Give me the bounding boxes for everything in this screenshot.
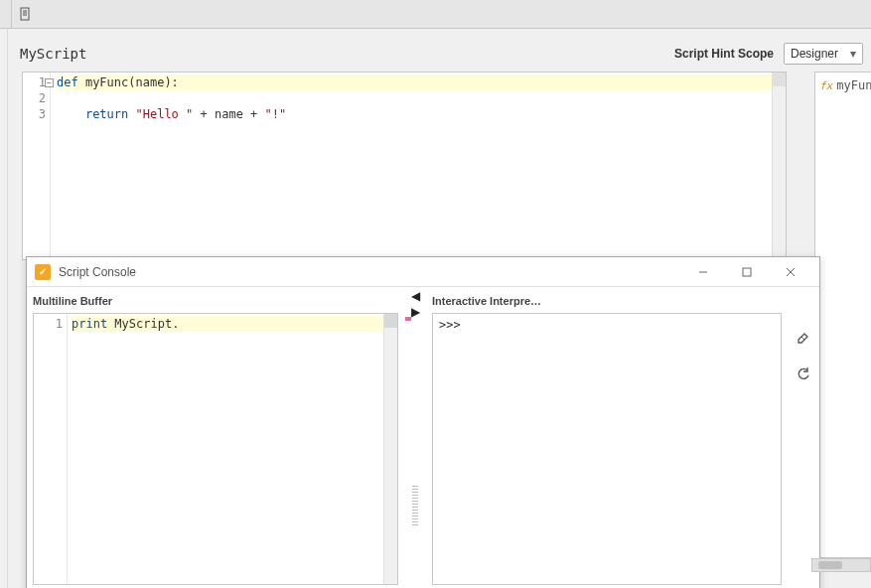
panel-splitter[interactable]: ◀ ▶ — [404, 287, 426, 588]
member-item[interactable]: fx myFun — [819, 78, 870, 92]
keyword: return — [85, 107, 136, 121]
svg-rect-2 — [743, 268, 751, 276]
operator: + — [193, 107, 215, 121]
line-number: 1 — [34, 316, 63, 332]
members-panel: fx myFun — [814, 72, 871, 558]
horizontal-scrollbar[interactable] — [811, 558, 871, 572]
console-side-tools — [788, 287, 819, 588]
code-line: def myFunc(name): — [57, 74, 772, 90]
function-icon: fx — [819, 79, 832, 92]
string: "Hello " — [135, 107, 193, 121]
minimize-button[interactable] — [682, 260, 724, 284]
interpreter-header: Interactive Interpre… — [426, 287, 788, 313]
buffer-gutter: 1 — [34, 314, 68, 584]
top-toolbar — [0, 0, 871, 29]
page-icon[interactable] — [16, 4, 36, 24]
refresh-icon[interactable] — [794, 365, 813, 384]
close-button[interactable] — [770, 260, 811, 284]
console-title: Script Console — [59, 265, 136, 279]
code-line — [57, 90, 772, 106]
code-text: (name): — [128, 75, 179, 89]
operator: + — [243, 107, 265, 121]
prompt: >>> — [439, 318, 461, 332]
string: "!" — [265, 107, 287, 121]
main-editor[interactable]: 1− 2 3 def myFunc(name): return "Hello "… — [22, 72, 787, 260]
maximize-button[interactable] — [726, 260, 768, 284]
console-app-icon: ✓ — [35, 264, 51, 280]
keyword: print — [72, 317, 114, 331]
line-number: 3 — [23, 106, 46, 122]
func-name: myFunc — [85, 75, 128, 89]
toolbar-divider — [6, 0, 12, 28]
buffer-header: Multiline Buffer — [27, 287, 404, 313]
code-text: MyScript. — [114, 317, 179, 331]
interpreter-panel: Interactive Interpre… >>> — [426, 287, 788, 588]
scope-value: Designer — [791, 47, 838, 61]
code-line: print MyScript. — [72, 316, 383, 332]
collapse-left-icon[interactable]: ◀ — [411, 289, 420, 303]
script-title: MyScript — [20, 46, 86, 62]
line-number: 2 — [23, 90, 46, 106]
code-area[interactable]: def myFunc(name): return "Hello " + name… — [51, 73, 772, 259]
editor-scrollbar[interactable] — [772, 73, 786, 259]
eraser-icon[interactable] — [794, 327, 813, 347]
buffer-scrollbar[interactable] — [383, 314, 397, 584]
hint-scope-label: Script Hint Scope — [674, 47, 774, 61]
collapse-right-icon[interactable]: ▶ — [411, 305, 420, 319]
editor-header: MyScript Script Hint Scope Designer ▾ — [10, 38, 871, 70]
interpreter-output[interactable]: >>> — [432, 313, 782, 585]
buffer-editor[interactable]: 1 print MyScript. — [33, 313, 398, 585]
identifier: name — [215, 107, 243, 121]
code-line: return "Hello " + name + "!" — [57, 106, 772, 122]
left-gutter — [0, 29, 8, 588]
buffer-code-area[interactable]: print MyScript. — [68, 314, 383, 584]
script-console-window: ✓ Script Console Multiline Buffer 1 prin… — [26, 256, 820, 588]
multiline-buffer-panel: Multiline Buffer 1 print MyScript. — [27, 287, 404, 588]
editor-gutter: 1− 2 3 — [23, 73, 51, 259]
marker-icon — [405, 317, 411, 321]
chevron-down-icon: ▾ — [850, 47, 856, 61]
scope-dropdown[interactable]: Designer ▾ — [784, 43, 863, 65]
splitter-handle-icon[interactable] — [412, 486, 418, 525]
indent — [57, 107, 85, 121]
console-titlebar[interactable]: ✓ Script Console — [27, 257, 819, 287]
console-body: Multiline Buffer 1 print MyScript. ◀ ▶ I… — [27, 287, 819, 588]
keyword: def — [57, 75, 85, 89]
svg-rect-0 — [21, 8, 29, 20]
member-label: myFun — [836, 78, 871, 92]
